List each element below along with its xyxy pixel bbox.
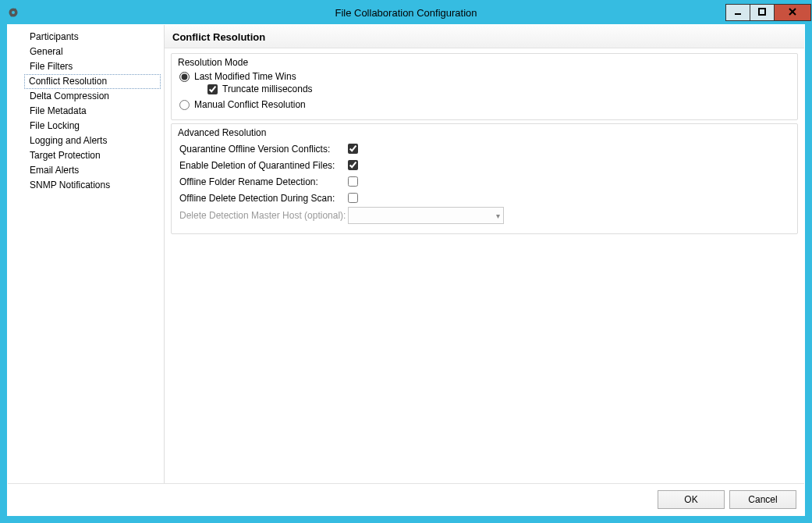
sidebar-item-participants[interactable]: Participants bbox=[25, 30, 161, 44]
last-modified-label: Last Modified Time Wins bbox=[194, 71, 296, 82]
manual-radio-row[interactable]: Manual Conflict Resolution bbox=[179, 99, 789, 110]
sidebar-item-delta-compression[interactable]: Delta Compression bbox=[25, 89, 161, 104]
master-host-combo[interactable]: ▾ bbox=[348, 207, 504, 224]
master-host-label: Delete Detection Master Host (optional): bbox=[179, 210, 348, 221]
advanced-row: Offline Folder Rename Detection: bbox=[179, 174, 789, 189]
ok-button-label: OK bbox=[684, 494, 697, 505]
resolution-mode-group: Resolution Mode Last Modified Time Wins … bbox=[171, 53, 798, 120]
page-title: Conflict Resolution bbox=[165, 25, 804, 48]
page-body: Resolution Mode Last Modified Time Wins … bbox=[165, 48, 804, 242]
advanced-resolution-group: Advanced Resolution Quarantine Offline V… bbox=[171, 123, 798, 234]
chevron-down-icon: ▾ bbox=[496, 212, 500, 220]
advanced-row: Enable Deletion of Quarantined Files: bbox=[179, 158, 789, 173]
dialog-window: File Collaboration Configuration bbox=[0, 0, 812, 523]
body: ParticipantsGeneralFile FiltersConflict … bbox=[8, 25, 804, 483]
svg-point-1 bbox=[12, 11, 15, 14]
close-button[interactable] bbox=[774, 4, 811, 21]
window-controls bbox=[726, 4, 811, 21]
truncate-ms-checkbox[interactable] bbox=[207, 84, 218, 94]
sidebar: ParticipantsGeneralFile FiltersConflict … bbox=[8, 25, 164, 483]
advanced-row-checkbox[interactable] bbox=[348, 176, 358, 187]
sidebar-item-email-alerts[interactable]: Email Alerts bbox=[25, 163, 161, 178]
advanced-resolution-label: Advanced Resolution bbox=[178, 127, 789, 138]
client-area: ParticipantsGeneralFile FiltersConflict … bbox=[7, 24, 805, 516]
maximize-button[interactable] bbox=[750, 4, 775, 21]
manual-radio[interactable] bbox=[179, 100, 190, 110]
cancel-button[interactable]: Cancel bbox=[729, 490, 796, 509]
sidebar-item-file-metadata[interactable]: File Metadata bbox=[25, 104, 161, 119]
manual-label: Manual Conflict Resolution bbox=[194, 99, 306, 110]
advanced-row-checkbox[interactable] bbox=[348, 144, 358, 154]
resolution-mode-label: Resolution Mode bbox=[178, 57, 789, 68]
window-inner: File Collaboration Configuration bbox=[1, 1, 811, 522]
sidebar-item-target-protection[interactable]: Target Protection bbox=[25, 148, 161, 163]
master-host-row: Delete Detection Master Host (optional):… bbox=[179, 207, 789, 224]
minimize-icon bbox=[734, 8, 742, 17]
cancel-button-label: Cancel bbox=[748, 494, 777, 505]
window-title: File Collaboration Configuration bbox=[1, 7, 811, 19]
main-panel: Conflict Resolution Resolution Mode Last… bbox=[165, 25, 804, 483]
app-icon bbox=[5, 5, 21, 20]
truncate-ms-row[interactable]: Truncate milliseconds bbox=[207, 84, 789, 94]
svg-rect-4 bbox=[735, 13, 741, 15]
dialog-footer: OK Cancel bbox=[8, 483, 804, 515]
sidebar-item-file-filters[interactable]: File Filters bbox=[25, 59, 161, 74]
advanced-row: Offline Delete Detection During Scan: bbox=[179, 190, 789, 205]
ok-button[interactable]: OK bbox=[658, 490, 725, 509]
truncate-ms-label: Truncate milliseconds bbox=[222, 84, 313, 94]
advanced-row-checkbox[interactable] bbox=[348, 160, 358, 170]
advanced-row-label: Quarantine Offline Version Conflicts: bbox=[179, 144, 348, 155]
last-modified-radio[interactable] bbox=[179, 72, 190, 82]
advanced-row: Quarantine Offline Version Conflicts: bbox=[179, 141, 789, 156]
last-modified-radio-row[interactable]: Last Modified Time Wins bbox=[179, 71, 789, 82]
minimize-button[interactable] bbox=[725, 4, 750, 21]
advanced-row-label: Offline Delete Detection During Scan: bbox=[179, 193, 348, 204]
sidebar-item-conflict-resolution[interactable]: Conflict Resolution bbox=[24, 74, 161, 89]
close-icon bbox=[788, 7, 797, 18]
sidebar-item-general[interactable]: General bbox=[25, 44, 161, 59]
sidebar-item-file-locking[interactable]: File Locking bbox=[25, 119, 161, 133]
title-bar[interactable]: File Collaboration Configuration bbox=[1, 1, 811, 24]
advanced-row-label: Enable Deletion of Quarantined Files: bbox=[179, 160, 348, 171]
advanced-row-checkbox[interactable] bbox=[348, 193, 358, 203]
sidebar-item-logging-and-alerts[interactable]: Logging and Alerts bbox=[25, 133, 161, 148]
svg-rect-5 bbox=[759, 9, 765, 15]
advanced-row-label: Offline Folder Rename Detection: bbox=[179, 176, 348, 187]
sidebar-item-snmp-notifications[interactable]: SNMP Notifications bbox=[25, 178, 161, 193]
maximize-icon bbox=[758, 8, 766, 17]
